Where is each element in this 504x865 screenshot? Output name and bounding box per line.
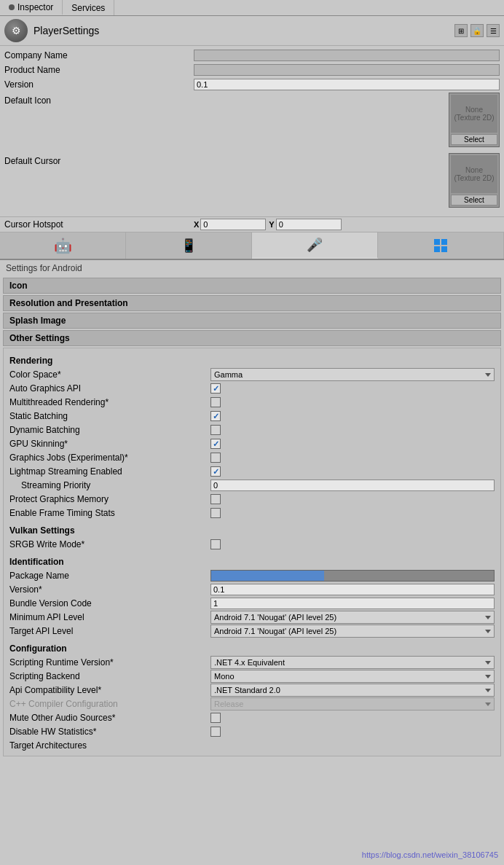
- platform-tabs: 🤖 📱 🎤: [0, 232, 504, 260]
- color-space-dropdown[interactable]: Gamma Linear: [210, 368, 495, 381]
- static-batching-checkbox[interactable]: [210, 411, 221, 421]
- page-title: PlayerSettings: [34, 25, 449, 36]
- cpp-compiler-control: Release: [210, 697, 495, 711]
- default-cursor-select-btn[interactable]: Select: [451, 195, 497, 206]
- api-compat-dropdown[interactable]: .NET Standard 2.0 .NET 4.x: [210, 684, 495, 697]
- disable-hw-control: [210, 727, 495, 737]
- hotspot-y-letter: Y: [269, 220, 274, 229]
- product-name-label: Product Name: [4, 65, 194, 75]
- graphics-jobs-label: Graphics Jobs (Experimental)*: [9, 453, 210, 463]
- default-icon-select-btn[interactable]: Select: [451, 134, 497, 145]
- scripting-runtime-row: Scripting Runtime Version* .NET 4.x Equi…: [9, 656, 495, 669]
- scripting-runtime-label: Scripting Runtime Version*: [9, 657, 210, 668]
- auto-graphics-control: [210, 383, 495, 394]
- protect-graphics-checkbox[interactable]: [210, 494, 221, 504]
- gpu-skinning-row: GPU Skinning*: [9, 437, 495, 450]
- gpu-skinning-checkbox[interactable]: [210, 439, 221, 449]
- cursor-type-label: (Texture 2D): [454, 174, 494, 182]
- tab-services[interactable]: Services: [63, 0, 114, 15]
- default-icon-label: Default Icon: [4, 93, 194, 106]
- svg-rect-0: [434, 239, 440, 245]
- hotspot-y-input[interactable]: [276, 219, 342, 230]
- streaming-priority-input[interactable]: [210, 480, 495, 491]
- dynamic-batching-checkbox[interactable]: [210, 425, 221, 435]
- section-icon-label: Icon: [9, 281, 28, 291]
- header: ⚙ PlayerSettings ⊞ 🔒 ☰: [0, 16, 504, 46]
- texture-none-label: None: [465, 106, 483, 114]
- platform-tab-windows[interactable]: [378, 232, 504, 259]
- scripting-runtime-dropdown[interactable]: .NET 4.x Equivalent: [210, 656, 495, 669]
- version-input[interactable]: [194, 79, 500, 90]
- hotspot-x-letter: X: [194, 220, 199, 229]
- target-api-dropdown[interactable]: Android 7.1 'Nougat' (API level 25): [210, 625, 495, 638]
- section-other[interactable]: Other Settings: [3, 330, 501, 346]
- company-name-input[interactable]: [194, 50, 500, 61]
- section-splash[interactable]: Splash Image: [3, 313, 501, 329]
- color-space-control: Gamma Linear: [210, 368, 495, 381]
- section-other-label: Other Settings: [9, 333, 70, 343]
- bundle-version-input[interactable]: [210, 598, 495, 609]
- header-btn-layout[interactable]: ⊞: [454, 24, 468, 37]
- platform-tab-audio[interactable]: 🎤: [252, 232, 378, 259]
- settings-for-label: Settings for Android: [0, 260, 504, 276]
- header-btn-lock[interactable]: 🔒: [470, 24, 484, 37]
- product-name-input[interactable]: [194, 64, 500, 76]
- graphics-jobs-checkbox[interactable]: [210, 453, 221, 463]
- section-icon[interactable]: Icon: [3, 278, 501, 294]
- protect-graphics-row: Protect Graphics Memory: [9, 493, 495, 506]
- dynamic-batching-control: [210, 425, 495, 435]
- header-btn-menu[interactable]: ☰: [487, 24, 500, 37]
- mute-audio-checkbox[interactable]: [210, 713, 221, 723]
- lightmap-streaming-label: Lightmap Streaming Enabled: [9, 466, 210, 477]
- inspector-dot: [9, 4, 15, 10]
- auto-graphics-row: Auto Graphics API: [9, 382, 495, 395]
- svg-rect-3: [441, 246, 447, 252]
- bundle-version-control: [210, 598, 495, 609]
- disable-hw-checkbox[interactable]: [210, 727, 221, 737]
- svg-rect-1: [441, 239, 447, 245]
- graphics-jobs-control: [210, 453, 495, 463]
- hotspot-x-input[interactable]: [200, 219, 266, 230]
- dynamic-batching-label: Dynamic Batching: [9, 425, 210, 435]
- tab-services-label: Services: [71, 3, 105, 13]
- default-cursor-texture: None (Texture 2D) Select: [449, 153, 500, 208]
- min-api-row: Minimum API Level Android 7.1 'Nougat' (…: [9, 611, 495, 624]
- player-settings-icon: ⚙: [4, 19, 28, 42]
- settings-area: Settings for Android Icon Resolution and…: [0, 260, 504, 756]
- lightmap-streaming-checkbox[interactable]: [210, 466, 221, 477]
- company-name-label: Company Name: [4, 50, 194, 60]
- cursor-none-label: None: [465, 166, 483, 174]
- section-resolution[interactable]: Resolution and Presentation: [3, 295, 501, 311]
- configuration-title: Configuration: [9, 643, 495, 654]
- bundle-version-row: Bundle Version Code: [9, 597, 495, 610]
- package-name-row: Package Name: [9, 569, 495, 582]
- tab-inspector[interactable]: Inspector: [0, 0, 63, 15]
- srgb-row: SRGB Write Mode*: [9, 538, 495, 551]
- tab-inspector-label: Inspector: [17, 2, 53, 12]
- section-resolution-label: Resolution and Presentation: [9, 298, 128, 308]
- cpp-compiler-dropdown[interactable]: Release: [210, 697, 495, 711]
- player-settings-fields: Company Name Product Name Version Defaul…: [0, 46, 504, 217]
- platform-tab-android[interactable]: 🤖: [0, 232, 126, 259]
- platform-tab-ios[interactable]: 📱: [126, 232, 252, 259]
- disable-hw-label: Disable HW Statistics*: [9, 727, 210, 737]
- api-compat-control: .NET Standard 2.0 .NET 4.x: [210, 684, 495, 697]
- target-api-label: Target API Level: [9, 626, 210, 636]
- version-id-input[interactable]: [210, 584, 495, 595]
- vulkan-title: Vulkan Settings: [9, 525, 495, 536]
- auto-graphics-checkbox[interactable]: [210, 383, 221, 394]
- package-name-bar: [210, 570, 495, 582]
- frame-timing-row: Enable Frame Timing Stats: [9, 506, 495, 520]
- version-row: Version: [4, 78, 500, 91]
- default-cursor-label: Default Cursor: [4, 153, 194, 166]
- scripting-backend-control: Mono IL2CPP: [210, 670, 495, 683]
- scripting-backend-row: Scripting Backend Mono IL2CPP: [9, 670, 495, 683]
- target-arch-row: Target Architectures: [9, 739, 495, 752]
- scripting-backend-dropdown[interactable]: Mono IL2CPP: [210, 670, 495, 683]
- multithreaded-control: [210, 397, 495, 407]
- multithreaded-checkbox[interactable]: [210, 397, 221, 407]
- min-api-dropdown[interactable]: Android 7.1 'Nougat' (API level 25): [210, 611, 495, 624]
- target-api-control: Android 7.1 'Nougat' (API level 25): [210, 625, 495, 638]
- srgb-checkbox[interactable]: [210, 539, 221, 549]
- frame-timing-checkbox[interactable]: [210, 508, 221, 518]
